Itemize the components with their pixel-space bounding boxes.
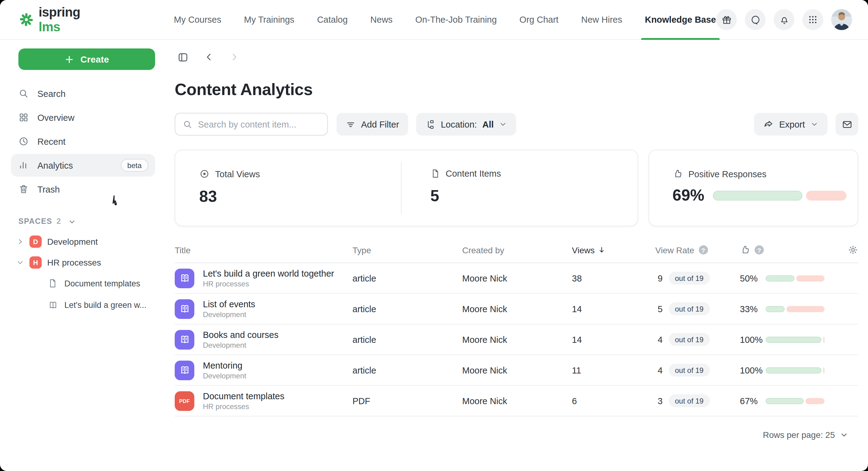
sidebar-item-analytics[interactable]: Analyticsbeta	[11, 154, 155, 177]
like-percent-value: 50%	[740, 273, 766, 283]
sidebar-item-search[interactable]: Search	[11, 82, 155, 105]
spaces-tree: DDevelopmentHHR processesDocument templa…	[0, 231, 175, 316]
notifications-button[interactable]	[774, 9, 795, 30]
space-group-development[interactable]: DDevelopment	[0, 231, 175, 252]
column-likes[interactable]: ?	[740, 245, 848, 255]
chevron-down-icon[interactable]	[840, 431, 848, 439]
bar-positive-segment	[766, 336, 822, 343]
nav-item-my-courses[interactable]: My Courses	[174, 0, 221, 39]
views-target-icon	[199, 169, 210, 179]
table-settings-button[interactable]	[848, 245, 858, 255]
sort-desc-arrow-icon	[598, 246, 606, 254]
views-items-card: Total Views 83 Content Items 5	[175, 150, 638, 226]
view-rate-cell: 4out of 19	[655, 364, 740, 377]
content-space: HR processes	[203, 279, 334, 289]
column-views-label: Views	[572, 245, 595, 255]
card-divider	[401, 161, 402, 215]
help-icon[interactable]: ?	[699, 245, 708, 255]
spaces-header[interactable]: SPACES 2	[19, 217, 155, 226]
column-created-by[interactable]: Created by	[462, 245, 572, 255]
apps-button[interactable]	[802, 9, 823, 30]
email-report-button[interactable]	[836, 113, 858, 136]
table-row[interactable]: MentoringDevelopmentarticleMoore Nick114…	[175, 355, 858, 386]
gift-button[interactable]	[716, 9, 737, 30]
add-filter-button[interactable]: Add Filter	[337, 113, 408, 136]
views-cell: 6	[572, 396, 655, 406]
stat-cards: Total Views 83 Content Items 5	[175, 150, 858, 226]
title-cell: PDFDocument templatesHR processes	[175, 390, 352, 411]
created-by-cell: Moore Nick	[462, 365, 572, 375]
space-name: HR processes	[47, 258, 101, 267]
location-label: Location:	[441, 119, 477, 129]
chevron-down-icon	[499, 120, 507, 128]
user-avatar[interactable]	[831, 9, 852, 30]
nav-item-my-trainings[interactable]: My Trainings	[244, 0, 294, 39]
view-rate-cell: 3out of 19	[655, 394, 740, 407]
content-space: Development	[203, 371, 246, 381]
main-content: Content Analytics Add Filter Location: A…	[175, 40, 868, 471]
like-percent-value: 100%	[740, 334, 766, 344]
positive-responses-bar	[713, 190, 846, 200]
recent-icon	[19, 136, 29, 147]
space-letter-avatar: H	[29, 256, 42, 269]
table-row[interactable]: List of eventsDevelopmentarticleMoore Ni…	[175, 294, 858, 324]
table-row[interactable]: PDFDocument templatesHR processesPDFMoor…	[175, 386, 858, 416]
breadcrumb-bar	[177, 51, 858, 63]
location-filter-button[interactable]: Location: All	[416, 113, 517, 136]
title-text: Let's build a green world togetherHR pro…	[203, 268, 334, 289]
share-icon	[763, 119, 774, 129]
like-percent-value: 100%	[740, 365, 766, 375]
column-view-rate[interactable]: View Rate ?	[655, 245, 740, 255]
nav-item-catalog[interactable]: Catalog	[317, 0, 347, 39]
chevron-down-icon[interactable]	[17, 259, 24, 266]
sidebar-item-overview[interactable]: Overview	[11, 106, 155, 129]
help-icon[interactable]: ?	[754, 245, 764, 255]
view-rate-cell: 5out of 19	[655, 302, 740, 315]
column-views-sorted[interactable]: Views	[572, 245, 655, 255]
nav-item-knowledge-base[interactable]: Knowledge Base	[645, 0, 716, 39]
sidebar-item-recent[interactable]: Recent	[11, 130, 155, 153]
column-view-rate-label: View Rate	[655, 245, 694, 255]
ispring-logo[interactable]: ispring lms	[19, 5, 105, 34]
like-ratio-bar	[766, 398, 825, 404]
collapse-sidebar-icon[interactable]	[177, 51, 189, 63]
space-group-hr-processes[interactable]: HHR processes	[0, 252, 175, 273]
nav-item-org-chart[interactable]: Org Chart	[520, 0, 558, 39]
export-button[interactable]: Export	[754, 113, 828, 136]
view-rate-total-pill: out of 19	[669, 364, 710, 377]
space-child-let-s-build-a-green-w[interactable]: Let's build a green w...	[0, 294, 175, 316]
table-row[interactable]: Books and coursesDevelopmentarticleMoore…	[175, 324, 858, 355]
nav-item-on-the-job-training[interactable]: On-The-Job Training	[415, 0, 497, 39]
bar-negative-segment	[805, 398, 825, 404]
space-child-document-templates[interactable]: Document templates	[0, 273, 175, 294]
like-ratio-bar	[766, 275, 825, 281]
bar-positive-segment	[766, 367, 822, 373]
chevron-down-icon	[68, 217, 76, 225]
messages-button[interactable]	[745, 9, 766, 30]
title-text: Books and coursesDevelopment	[203, 329, 279, 350]
chevron-right-icon[interactable]	[17, 238, 24, 245]
content-search-input[interactable]	[198, 119, 321, 129]
pagination-bar: Rows per page: 25	[175, 430, 858, 440]
table-row[interactable]: Let's build a green world togetherHR pro…	[175, 263, 858, 294]
content-space: Development	[203, 341, 279, 350]
likes-cell: 33%	[740, 304, 848, 314]
title-cell: Let's build a green world togetherHR pro…	[175, 268, 352, 289]
sidebar-item-trash[interactable]: Trash	[11, 178, 155, 201]
create-button[interactable]: Create	[19, 49, 155, 70]
nav-item-news[interactable]: News	[370, 0, 393, 39]
article-icon	[175, 268, 194, 288]
forward-icon[interactable]	[229, 52, 239, 62]
content-title: Document templates	[203, 390, 284, 402]
column-title[interactable]: Title	[175, 245, 352, 255]
logo-wordmark: ispring lms	[39, 5, 105, 34]
space-name: Development	[47, 237, 98, 246]
back-icon[interactable]	[204, 52, 214, 62]
nav-item-new-hires[interactable]: New Hires	[581, 0, 622, 39]
sidebar-item-label: Analytics	[37, 160, 73, 170]
column-type[interactable]: Type	[352, 245, 462, 255]
total-views-stat: Total Views 83	[175, 150, 406, 226]
likes-cell: 50%	[740, 273, 848, 283]
created-by-cell: Moore Nick	[462, 396, 572, 406]
filter-icon	[346, 119, 355, 129]
